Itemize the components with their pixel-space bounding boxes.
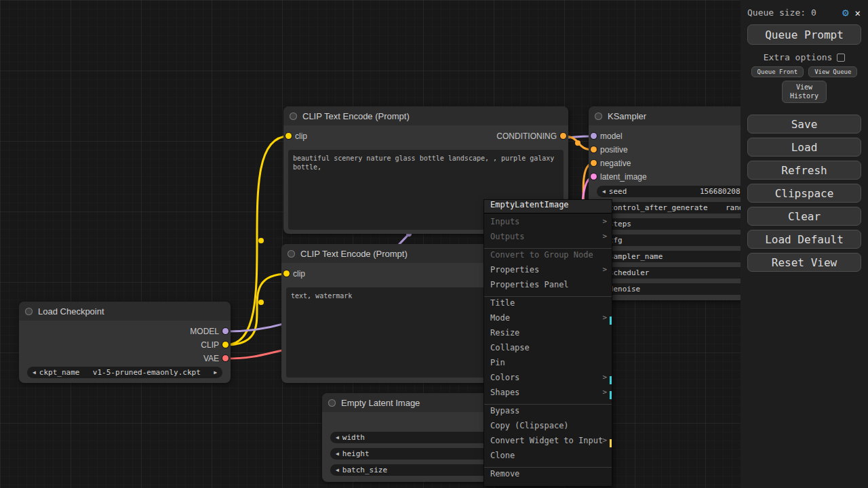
extra-options-checkbox[interactable]: [837, 54, 845, 62]
conditioning-slot-dot[interactable]: [591, 160, 597, 166]
node-title-bar[interactable]: KSampler: [589, 106, 758, 125]
link-dot: [575, 140, 580, 146]
menu-item-copy-clipspace[interactable]: Copy (Clipspace): [484, 421, 612, 436]
menu-item-resize[interactable]: Resize: [484, 328, 612, 343]
menu-item-remove[interactable]: Remove: [484, 469, 612, 484]
output-slot-model: MODEL: [19, 326, 231, 337]
output-slot-clip: CLIP: [19, 340, 231, 350]
settings-gear-icon[interactable]: ⚙: [842, 6, 849, 19]
prev-arrow-icon[interactable]: ◀: [336, 464, 339, 476]
menu-item-colors[interactable]: Colors >: [484, 373, 612, 388]
menu-separator: [484, 467, 612, 468]
app-root: Load Checkpoint MODEL CLIP VAE ◀ ckpt_na…: [0, 0, 868, 488]
comfy-menu-panel: Queue size: 0 ⚙ ✕ Queue Prompt Extra opt…: [741, 0, 868, 488]
node-collapse-dot[interactable]: [290, 113, 297, 120]
node-load-checkpoint[interactable]: Load Checkpoint MODEL CLIP VAE ◀ ckpt_na…: [19, 302, 231, 383]
submenu-arrow-icon: >: [602, 373, 607, 382]
ckpt-name-widget[interactable]: ◀ ckpt_name v1-5-pruned-emaonly.ckpt ▶: [27, 367, 222, 378]
scheduler-widget[interactable]: ◀ scheduler: [597, 267, 750, 279]
node-title-bar[interactable]: CLIP Text Encode (Prompt): [283, 106, 568, 125]
next-arrow-icon[interactable]: ▶: [214, 367, 217, 378]
graph-canvas[interactable]: Load Checkpoint MODEL CLIP VAE ◀ ckpt_na…: [0, 0, 868, 488]
menu-separator: [484, 296, 612, 297]
view-history-row: View History: [741, 81, 868, 103]
extra-options-label: Extra options: [764, 52, 833, 62]
menu-item-inputs[interactable]: Inputs >: [484, 217, 612, 232]
context-menu-title: EmptyLatentImage: [484, 200, 612, 214]
menu-item-bypass[interactable]: Bypass: [484, 406, 612, 421]
clip-slot-dot[interactable]: [222, 342, 229, 348]
node-title: KSampler: [608, 111, 646, 121]
vae-slot-dot[interactable]: [222, 355, 229, 361]
context-menu: EmptyLatentImage Inputs > Outputs > Conv…: [484, 199, 612, 487]
submenu-arrow-icon: >: [602, 217, 607, 226]
node-title: Load Checkpoint: [38, 306, 104, 317]
submenu-accent-mark: [610, 391, 612, 399]
save-button[interactable]: Save: [747, 115, 861, 134]
menu-separator: [484, 248, 612, 249]
prev-arrow-icon[interactable]: ◀: [336, 448, 339, 460]
menu-item-shapes[interactable]: Shapes >: [484, 388, 612, 403]
model-slot-dot[interactable]: [591, 133, 597, 139]
menu-item-mode[interactable]: Mode >: [484, 313, 612, 328]
clipspace-button[interactable]: Clipspace: [747, 184, 861, 203]
node-collapse-dot[interactable]: [595, 113, 602, 120]
submenu-accent-mark: [610, 376, 612, 384]
latent-slot-dot[interactable]: [591, 174, 597, 180]
clear-button[interactable]: Clear: [747, 207, 861, 226]
input-slot-latent-image: latent_image: [589, 171, 758, 182]
menu-header: Queue size: 0 ⚙ ✕: [741, 0, 868, 22]
menu-item-properties-panel[interactable]: Properties Panel: [484, 280, 612, 295]
menu-item-clone[interactable]: Clone: [484, 451, 612, 466]
action-buttons: Save Load Refresh Clipspace Clear Load D…: [741, 115, 868, 272]
ckpt-name-value: v1-5-pruned-emaonly.ckpt: [83, 368, 210, 377]
prev-arrow-icon[interactable]: ◀: [33, 367, 36, 378]
seed-widget[interactable]: ◀ seed 156680208: [597, 186, 750, 197]
cfg-widget[interactable]: ◀ cfg: [597, 235, 750, 246]
prev-arrow-icon[interactable]: ◀: [602, 186, 606, 197]
queue-front-button[interactable]: Queue Front: [751, 66, 804, 77]
menu-item-convert-widget-to-input[interactable]: Convert Widget to Input >: [484, 436, 612, 451]
view-history-button[interactable]: View History: [782, 81, 827, 103]
load-button[interactable]: Load: [747, 138, 861, 157]
load-default-button[interactable]: Load Default: [747, 230, 861, 249]
link-dot: [258, 300, 264, 305]
submenu-accent-mark: [610, 317, 612, 325]
control-after-generate-widget[interactable]: ◀ control_after_generate randomize: [597, 202, 750, 214]
model-slot-dot[interactable]: [222, 328, 229, 334]
denoise-widget[interactable]: ◀ denoise: [597, 283, 750, 295]
steps-widget[interactable]: ◀ steps: [597, 218, 750, 230]
node-ksampler[interactable]: KSampler model positive negative latent_…: [589, 106, 758, 300]
submenu-arrow-icon: >: [602, 265, 607, 274]
conditioning-slot-dot[interactable]: [591, 146, 597, 152]
view-queue-button[interactable]: View Queue: [808, 66, 857, 77]
input-slot-positive: positive: [589, 144, 758, 155]
submenu-accent-mark: [610, 439, 612, 447]
queue-size-label: Queue size: 0: [747, 7, 836, 18]
node-collapse-dot[interactable]: [288, 250, 295, 258]
node-collapse-dot[interactable]: [328, 399, 336, 407]
node-title-bar[interactable]: Load Checkpoint: [19, 302, 231, 321]
input-slot-negative: negative: [589, 158, 758, 169]
menu-item-outputs[interactable]: Outputs >: [484, 232, 612, 247]
node-title: CLIP Text Encode (Prompt): [302, 111, 410, 121]
context-menu-list: Inputs > Outputs > Convert to Group Node…: [484, 214, 612, 486]
menu-item-convert-to-group-node[interactable]: Convert to Group Node: [484, 250, 612, 265]
submenu-arrow-icon: >: [602, 436, 607, 445]
menu-item-properties[interactable]: Properties >: [484, 265, 612, 280]
menu-item-collapse[interactable]: Collapse: [484, 343, 612, 358]
prev-arrow-icon[interactable]: ◀: [336, 432, 339, 443]
seed-value: 156680208: [700, 187, 741, 196]
refresh-button[interactable]: Refresh: [747, 161, 861, 180]
node-collapse-dot[interactable]: [25, 308, 33, 315]
queue-prompt-button[interactable]: Queue Prompt: [747, 24, 861, 45]
reset-view-button[interactable]: Reset View: [747, 253, 861, 272]
menu-item-pin[interactable]: Pin: [484, 358, 612, 373]
sampler-name-widget[interactable]: ◀ sampler_name: [597, 251, 750, 262]
conditioning-slot-dot[interactable]: [560, 133, 566, 139]
menu-separator: [484, 404, 612, 405]
close-icon[interactable]: ✕: [855, 7, 861, 18]
node-title: Empty Latent Image: [341, 398, 420, 408]
menu-item-title[interactable]: Title: [484, 298, 612, 313]
extra-options-row: Extra options: [741, 52, 868, 62]
